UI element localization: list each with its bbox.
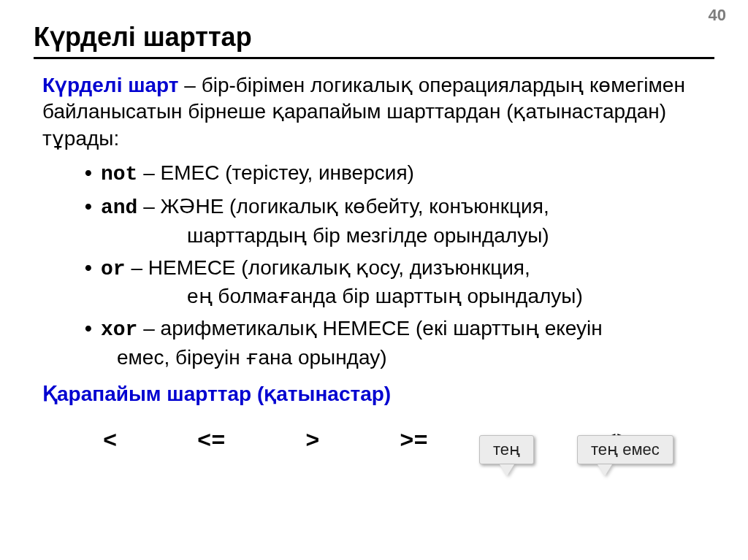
slide: 40 Күрделі шарттар Күрделі шарт – бір-бі… [0,0,748,560]
definition-term: Күрделі шарт [42,74,179,96]
bullet-xor-text1: – арифметикалық НЕМЕСЕ (екі шарттың екеу… [137,317,602,340]
callout-equal-label: тең [479,435,534,464]
op-gt: > [305,428,319,455]
callout-equal: тең [479,435,534,476]
bullet-list: not – ЕМЕС (терістеу, инверсия) and – ЖӘ… [85,159,714,372]
keyword-xor: xor [101,318,137,341]
bullet-or-text1: – НЕМЕСЕ (логикалық қосу, дизъюнкция, [126,256,530,279]
bullet-not-text: – ЕМЕС (терістеу, инверсия) [137,161,413,184]
bullet-and: and – ЖӘНЕ (логикалық көбейту, конъюнкци… [85,193,714,250]
page-number: 40 [709,6,726,25]
callout-not-equal-tail [598,464,612,476]
op-lt: < [103,428,117,455]
keyword-and: and [101,196,137,219]
definition-text: Күрделі шарт – бір-бірімен логикалық опе… [42,72,714,152]
bullet-or-text2: ең болмағанда бір шарттың орындалуы) [187,283,714,310]
bullet-xor: xor – арифметикалық НЕМЕСЕ (екі шарттың … [85,315,714,372]
callout-not-equal: тең емес [577,435,673,476]
simple-conditions-heading: Қарапайым шарттар (қатынастар) [42,382,714,406]
callout-equal-tail [500,464,514,476]
keyword-not: not [101,163,137,185]
callout-not-equal-label: тең емес [577,435,673,464]
bullet-and-text2: шарттардың бір мезгілде орындалуы) [187,222,714,250]
bullet-xor-text2: емес, біреуін ғана орындау) [117,344,714,372]
bullet-and-text1: – ЖӘНЕ (логикалық көбейту, конъюнкция, [137,195,549,218]
keyword-or: or [101,258,126,280]
op-gte: >= [400,428,427,455]
op-lte: <= [197,428,225,455]
title-rule [34,57,714,59]
page-title: Күрделі шарттар [34,22,714,53]
bullet-not: not – ЕМЕС (терістеу, инверсия) [85,159,714,188]
bullet-or: or – НЕМЕСЕ (логикалық қосу, дизъюнкция,… [85,254,714,311]
